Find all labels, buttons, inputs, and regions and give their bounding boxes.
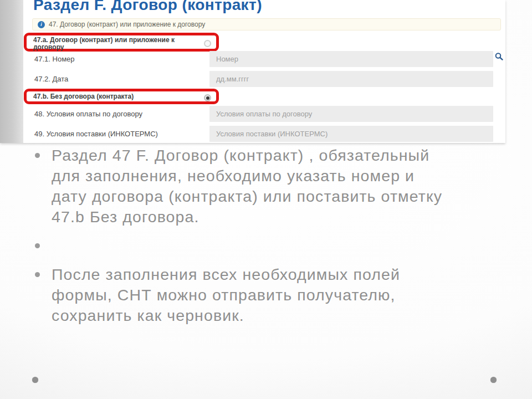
radio-47a[interactable]	[204, 40, 211, 47]
search-icon[interactable]	[494, 52, 504, 62]
field-label-48: 48. Условия оплаты по договору	[34, 110, 142, 118]
date-input[interactable]	[209, 71, 493, 87]
field-label-47-1: 47.1. Номер	[34, 55, 75, 63]
list-item: Раздел 47 F. Договор (контракт) , обязат…	[30, 145, 485, 227]
list-item: После заполнения всех необходимых полей …	[30, 264, 485, 326]
delivery-terms-input[interactable]	[209, 126, 493, 142]
number-input[interactable]	[209, 51, 493, 67]
bullet-line: 47.b Без договора.	[52, 207, 485, 227]
form-screenshot: Раздел F. Договор (контракт) i 47. Догов…	[0, 0, 505, 143]
notes-list: Раздел 47 F. Договор (контракт) , обязат…	[30, 145, 485, 334]
field-label-47b: 47.b. Без договора (контракта)	[27, 91, 216, 100]
highlight-box-47a: 47.a. Договор (контракт) или приложение …	[24, 33, 219, 52]
bullet-line: Раздел 47 F. Договор (контракт) , обязат…	[52, 145, 485, 166]
slide: Раздел F. Договор (контракт) i 47. Догов…	[0, 0, 532, 399]
bullet-line: сохранить как черновик.	[52, 305, 485, 326]
contract-form-panel: Раздел F. Договор (контракт) i 47. Догов…	[23, 0, 505, 143]
radio-47b[interactable]	[204, 94, 211, 101]
payment-terms-input[interactable]	[209, 106, 493, 122]
field-label-47-2: 47.2. Дата	[34, 75, 68, 83]
field-label-49: 49. Условия поставки (ИНКОТЕРМС)	[34, 130, 158, 138]
field-label-47a: 47.a. Договор (контракт) или приложение …	[27, 35, 216, 50]
bullet-line: После заполнения всех необходимых полей	[52, 264, 485, 285]
bullet-line: для заполнения, необходимо указать номер…	[52, 166, 485, 186]
info-banner-text: 47. Договор (контракт) или приложение к …	[49, 21, 205, 28]
list-item-empty	[30, 236, 485, 256]
highlight-box-47b: 47.b. Без договора (контракта)	[24, 89, 219, 104]
screenshot-left-margin	[0, 0, 23, 143]
bullet-line: дату договора (контракта) или поставить …	[52, 186, 485, 207]
decorative-dot-left	[32, 377, 38, 383]
decorative-dot-right	[490, 377, 497, 383]
page-title: Раздел F. Договор (контракт)	[33, 0, 262, 14]
bullet-line: формы, СНТ можно отправить получателю,	[52, 285, 485, 305]
info-banner: i 47. Договор (контракт) или приложение …	[32, 18, 501, 30]
info-icon: i	[38, 21, 45, 28]
